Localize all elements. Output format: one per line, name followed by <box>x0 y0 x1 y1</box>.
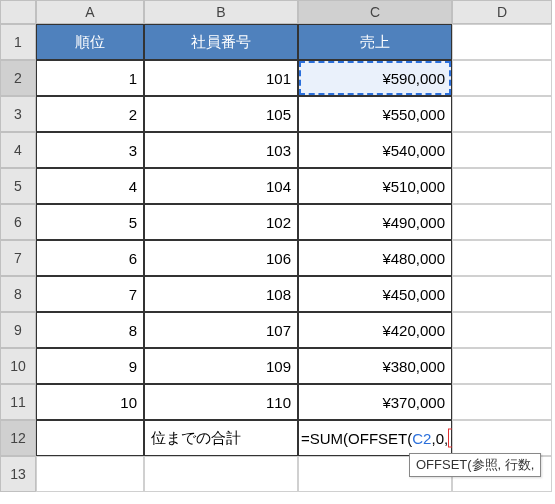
row-header-12[interactable]: 12 <box>0 420 36 456</box>
row-header-6[interactable]: 6 <box>0 204 36 240</box>
col-header-B[interactable]: B <box>144 0 298 24</box>
col-header-A[interactable]: A <box>36 0 144 24</box>
cell-D1[interactable] <box>452 24 552 60</box>
cell-B1[interactable]: 社員番号 <box>144 24 298 60</box>
cell-C11[interactable]: ¥370,000 <box>298 384 452 420</box>
cell-A12[interactable] <box>36 420 144 456</box>
cell-B10[interactable]: 109 <box>144 348 298 384</box>
row-header-11[interactable]: 11 <box>0 384 36 420</box>
cell-B2[interactable]: 101 <box>144 60 298 96</box>
cell-C12-formula[interactable]: =SUM(OFFSET(C2,0,0, <box>298 420 452 456</box>
cell-D6[interactable] <box>452 204 552 240</box>
cell-D8[interactable] <box>452 276 552 312</box>
cell-B8[interactable]: 108 <box>144 276 298 312</box>
cell-A1[interactable]: 順位 <box>36 24 144 60</box>
row-header-5[interactable]: 5 <box>0 168 36 204</box>
cell-A9[interactable]: 8 <box>36 312 144 348</box>
cell-D5[interactable] <box>452 168 552 204</box>
cell-C4[interactable]: ¥540,000 <box>298 132 452 168</box>
cell-C3[interactable]: ¥550,000 <box>298 96 452 132</box>
cell-A3[interactable]: 2 <box>36 96 144 132</box>
cell-B12[interactable]: 位までの合計 <box>144 420 298 456</box>
cell-C1[interactable]: 売上 <box>298 24 452 60</box>
cell-C9[interactable]: ¥420,000 <box>298 312 452 348</box>
cell-D11[interactable] <box>452 384 552 420</box>
row-header-7[interactable]: 7 <box>0 240 36 276</box>
cell-B13[interactable] <box>144 456 298 492</box>
cell-A7[interactable]: 6 <box>36 240 144 276</box>
cell-B3[interactable]: 105 <box>144 96 298 132</box>
cell-B11[interactable]: 110 <box>144 384 298 420</box>
cell-B5[interactable]: 104 <box>144 168 298 204</box>
cell-C13[interactable]: OFFSET(参照, 行数, <box>298 456 452 492</box>
cell-A8[interactable]: 7 <box>36 276 144 312</box>
formula-text: =SUM(OFFSET(C2,0,0, <box>301 430 467 447</box>
cell-D4[interactable] <box>452 132 552 168</box>
cell-C5[interactable]: ¥510,000 <box>298 168 452 204</box>
row-header-10[interactable]: 10 <box>0 348 36 384</box>
select-all-corner[interactable] <box>0 0 36 24</box>
cell-A6[interactable]: 5 <box>36 204 144 240</box>
cell-A11[interactable]: 10 <box>36 384 144 420</box>
cell-A2[interactable]: 1 <box>36 60 144 96</box>
cell-D9[interactable] <box>452 312 552 348</box>
row-header-4[interactable]: 4 <box>0 132 36 168</box>
row-header-8[interactable]: 8 <box>0 276 36 312</box>
cell-A10[interactable]: 9 <box>36 348 144 384</box>
col-header-D[interactable]: D <box>452 0 552 24</box>
cell-D12[interactable] <box>452 420 552 456</box>
cell-C2[interactable]: ¥590,000 <box>298 60 452 96</box>
function-tooltip: OFFSET(参照, 行数, <box>409 453 541 477</box>
cell-A5[interactable]: 4 <box>36 168 144 204</box>
row-header-13[interactable]: 13 <box>0 456 36 492</box>
cell-C7[interactable]: ¥480,000 <box>298 240 452 276</box>
cell-B6[interactable]: 102 <box>144 204 298 240</box>
cell-D7[interactable] <box>452 240 552 276</box>
row-header-3[interactable]: 3 <box>0 96 36 132</box>
cell-D10[interactable] <box>452 348 552 384</box>
cell-B4[interactable]: 103 <box>144 132 298 168</box>
spreadsheet-grid[interactable]: A B C D 1 順位 社員番号 売上 2 1 101 ¥590,000 3 … <box>0 0 555 492</box>
cell-A13[interactable] <box>36 456 144 492</box>
row-header-1[interactable]: 1 <box>0 24 36 60</box>
cell-B9[interactable]: 107 <box>144 312 298 348</box>
cell-C6[interactable]: ¥490,000 <box>298 204 452 240</box>
cell-C10[interactable]: ¥380,000 <box>298 348 452 384</box>
col-header-C[interactable]: C <box>298 0 452 24</box>
cell-B7[interactable]: 106 <box>144 240 298 276</box>
cell-C8[interactable]: ¥450,000 <box>298 276 452 312</box>
cell-A4[interactable]: 3 <box>36 132 144 168</box>
cell-D3[interactable] <box>452 96 552 132</box>
row-header-2[interactable]: 2 <box>0 60 36 96</box>
row-header-9[interactable]: 9 <box>0 312 36 348</box>
cell-D2[interactable] <box>452 60 552 96</box>
